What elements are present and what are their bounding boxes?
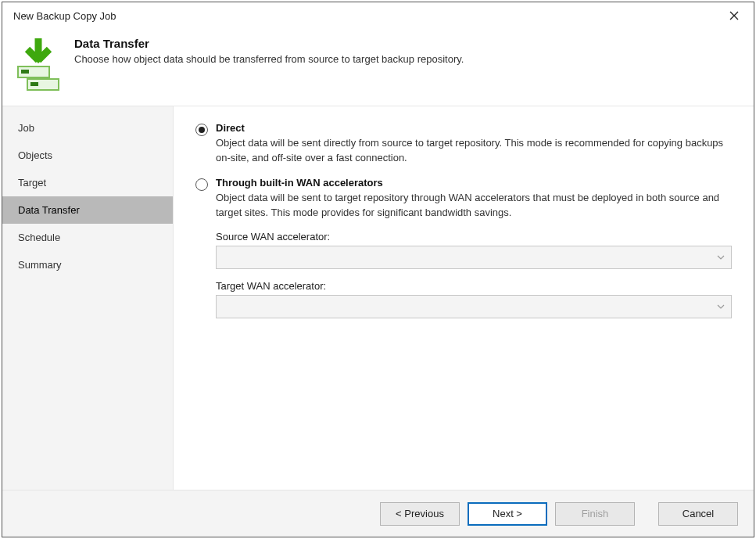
close-button[interactable] <box>722 4 746 27</box>
wizard-footer: < Previous Next > Finish Cancel <box>2 490 754 537</box>
page-title: Data Transfer <box>74 37 464 50</box>
sidebar-item-objects[interactable]: Objects <box>2 142 173 169</box>
target-accelerator-label: Target WAN accelerator: <box>216 280 732 292</box>
wizard-window: New Backup Copy Job Data Transfer Choose… <box>2 2 754 537</box>
svg-rect-4 <box>30 82 38 86</box>
finish-button: Finish <box>555 502 635 526</box>
option-wan: Through built-in WAN accelerators Object… <box>195 177 732 221</box>
sidebar-item-schedule[interactable]: Schedule <box>2 224 173 251</box>
sidebar-item-summary[interactable]: Summary <box>2 251 173 278</box>
wizard-header: Data Transfer Choose how object data sho… <box>2 29 754 106</box>
data-transfer-icon <box>16 37 60 92</box>
wizard-steps-sidebar: Job Objects Target Data Transfer Schedul… <box>2 106 173 490</box>
target-accelerator-combo[interactable] <box>216 295 732 318</box>
window-title: New Backup Copy Job <box>13 10 116 22</box>
previous-button[interactable]: < Previous <box>380 502 460 526</box>
chevron-down-icon <box>715 301 726 312</box>
sidebar-item-data-transfer[interactable]: Data Transfer <box>2 196 173 224</box>
radio-direct[interactable] <box>195 124 208 136</box>
content-panel: Direct Object data will be sent directly… <box>173 106 754 490</box>
wizard-body: Job Objects Target Data Transfer Schedul… <box>2 106 754 490</box>
sidebar-item-job[interactable]: Job <box>2 114 173 142</box>
svg-rect-2 <box>21 70 29 74</box>
option-wan-title: Through built-in WAN accelerators <box>216 177 732 189</box>
chevron-down-icon <box>715 252 726 263</box>
close-icon <box>729 11 739 20</box>
option-direct-desc: Object data will be sent directly from s… <box>216 136 732 166</box>
cancel-button[interactable]: Cancel <box>658 502 738 526</box>
option-wan-desc: Object data will be sent to target repos… <box>216 191 732 221</box>
page-subtitle: Choose how object data should be transfe… <box>74 53 464 65</box>
source-accelerator-field: Source WAN accelerator: <box>216 231 732 269</box>
target-accelerator-field: Target WAN accelerator: <box>216 280 732 318</box>
source-accelerator-combo[interactable] <box>216 246 732 269</box>
option-direct: Direct Object data will be sent directly… <box>195 122 732 166</box>
header-text: Data Transfer Choose how object data sho… <box>74 37 464 65</box>
sidebar-item-target[interactable]: Target <box>2 169 173 196</box>
radio-wan[interactable] <box>195 178 208 191</box>
option-direct-title: Direct <box>216 122 732 134</box>
source-accelerator-label: Source WAN accelerator: <box>216 231 732 243</box>
titlebar: New Backup Copy Job <box>2 2 754 29</box>
next-button[interactable]: Next > <box>468 502 547 526</box>
